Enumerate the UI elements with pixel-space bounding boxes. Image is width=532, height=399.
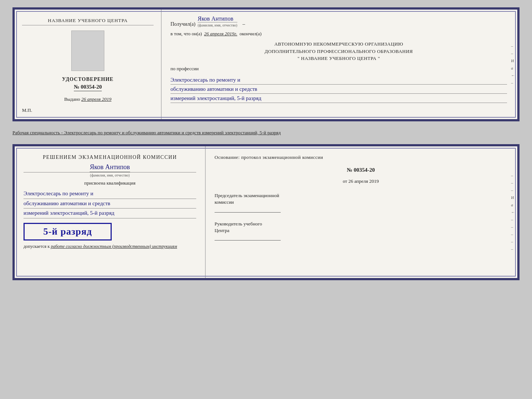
okonchil-label: окончил(а) [240, 31, 262, 37]
rukovoditel-block: Руководитель учебного Центра [215, 221, 507, 241]
diploma-left-panel: НАЗВАНИЕ УЧЕБНОГО ЦЕНТРА УДОСТОВЕРЕНИЕ №… [15, 10, 162, 119]
org-block: АВТОНОМНУЮ НЕКОММЕРЧЕСКУЮ ОРГАНИЗАЦИЮ ДО… [170, 40, 507, 62]
diploma-right-panel: Получил(а) Яков Антипов (фамилия, имя, о… [162, 10, 517, 119]
rukovoditel-label2: Центра [215, 228, 229, 233]
diploma-top: НАЗВАНИЕ УЧЕБНОГО ЦЕНТРА УДОСТОВЕРЕНИЕ №… [12, 7, 520, 121]
predsedatel-title: Председатель экзаменационной комиссии [215, 192, 507, 206]
resheniem-line: Решением экзаменационной комиссии [24, 154, 196, 160]
protocol-number: № 00354-20 [215, 167, 507, 173]
fio-sub-bottom: (фамилия, имя, отчество) [24, 172, 196, 177]
rukovoditel-signature-line [215, 235, 281, 241]
dopusk-text: работе согласно должностным (производств… [51, 244, 177, 249]
rukovoditel-label1: Руководитель учебного [215, 221, 262, 227]
prisvoena-line: присвоена квалификация [24, 180, 196, 186]
side-marks-top: ––Иа←– [511, 44, 515, 85]
rukovoditel-title: Руководитель учебного Центра [215, 221, 507, 234]
udost-number: № 00354-20 [74, 84, 102, 91]
kval-line1: Электрослесарь по ремонту и [24, 189, 196, 199]
razryad-stamp: 5-й разряд [24, 223, 112, 241]
ot-label: от [343, 178, 347, 184]
po-professii: по профессии [170, 66, 507, 72]
poluchil-line: Получил(а) Яков Антипов (фамилия, имя, о… [170, 15, 507, 27]
org-name-top: НАЗВАНИЕ УЧЕБНОГО ЦЕНТРА [22, 18, 154, 25]
org-line3: " НАЗВАНИЕ УЧЕБНОГО ЦЕНТРА " [170, 55, 507, 62]
vydano-label: Выдано [64, 96, 80, 102]
ot-date-value: 26 апреля 2019 [348, 178, 379, 184]
dopusk-label: допускается к [24, 244, 50, 249]
predsedatel-signature-line [215, 207, 281, 213]
profession-line3: измерений электростанций, 5-й разряд [170, 94, 507, 103]
org-line1: АВТОНОМНУЮ НЕКОММЕРЧЕСКУЮ ОРГАНИЗАЦИЮ [170, 40, 507, 48]
kval-line3: измерений электростанций, 5-й разряд [24, 209, 196, 218]
predsedatel-label1: Председатель экзаменационной [215, 193, 279, 198]
udost-title: УДОСТОВЕРЕНИЕ [62, 76, 114, 82]
osnovanie-text: Основание: протокол экзаменационной коми… [215, 154, 507, 160]
mp-line: М.П. [22, 107, 32, 113]
poluchil-label: Получил(а) [170, 21, 195, 27]
side-marks-bottom: –––Иа←––––– [511, 173, 515, 251]
profession-line2: обслуживанию автоматики и средств [170, 85, 507, 94]
separator-text: Рабочая специальность - Электрослесарь п… [12, 128, 520, 138]
predsedatel-label2: комиссии [215, 199, 234, 205]
vydano-line: Выдано 26 апреля 2019 [64, 96, 112, 102]
fio-handwritten-bottom: Яков Антипов [90, 163, 130, 172]
vtom-date: 26 апреля 2019г. [204, 31, 237, 37]
vtom-label: в том, что он(а) [170, 31, 202, 37]
fio-handwritten-top: Яков Антипов [198, 15, 233, 22]
profession-block: Электрослесарь по ремонту и обслуживанию… [170, 75, 507, 103]
fio-block-bottom: Яков Антипов (фамилия, имя, отчество) [24, 163, 196, 177]
profession-line1: Электрослесарь по ремонту и [170, 75, 507, 85]
dopuskaetsya-line: допускается к работе согласно должностны… [24, 243, 196, 250]
vydano-date: 26 апреля 2019 [81, 96, 111, 102]
kval-block: Электрослесарь по ремонту и обслуживанию… [24, 189, 196, 218]
vtom-line: в том, что он(а) 26 апреля 2019г. окончи… [170, 31, 507, 37]
org-line2: ДОПОЛНИТЕЛЬНОГО ПРОФЕССИОНАЛЬНОГО ОБРАЗО… [170, 48, 507, 55]
kval-line2: обслуживанию автоматики и средств [24, 199, 196, 209]
bottom-right-panel: Основание: протокол экзаменационной коми… [206, 146, 517, 278]
diploma-bottom: Решением экзаменационной комиссии Яков А… [12, 144, 520, 280]
ot-date: от 26 апреля 2019 [215, 178, 507, 184]
fio-sub-top: (фамилия, имя, отчество) [198, 22, 237, 27]
photo-placeholder [71, 31, 104, 71]
udost-block: УДОСТОВЕРЕНИЕ № 00354-20 [62, 76, 114, 91]
predsedatel-block: Председатель экзаменационной комиссии [215, 192, 507, 212]
bottom-left-panel: Решением экзаменационной комиссии Яков А… [15, 146, 206, 278]
